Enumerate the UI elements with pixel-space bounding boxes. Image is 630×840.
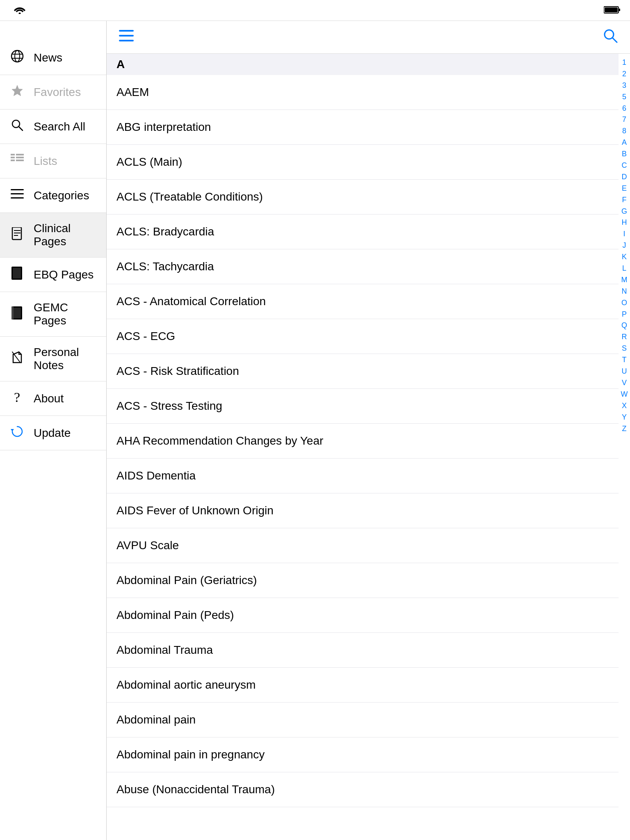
alpha-index-S[interactable]: S [622, 343, 627, 354]
alpha-index-J[interactable]: J [623, 240, 626, 251]
search-icon[interactable] [603, 28, 618, 46]
list-item-text: Abdominal Pain (Peds) [116, 609, 609, 622]
list-item[interactable]: AVPU Scale [107, 528, 619, 563]
alpha-index-R[interactable]: R [622, 331, 627, 343]
alpha-index-3[interactable]: 3 [622, 80, 626, 91]
sidebar-item-gemc-pages[interactable]: GEMC Pages [0, 292, 106, 337]
svg-rect-25 [13, 268, 21, 278]
sidebar-title [0, 21, 106, 41]
sidebar-item-about[interactable]: ?About [0, 381, 106, 416]
alpha-index-Z[interactable]: Z [622, 423, 627, 435]
alpha-index-A[interactable]: A [622, 137, 627, 148]
alpha-index-U[interactable]: U [622, 366, 627, 377]
alpha-index-L[interactable]: L [622, 263, 626, 274]
svg-rect-27 [13, 308, 21, 318]
alpha-index-5[interactable]: 5 [622, 91, 626, 103]
gemc-pages-label: GEMC Pages [34, 301, 96, 327]
alpha-index-E[interactable]: E [622, 183, 627, 194]
list-item[interactable]: Abdominal Pain (Peds) [107, 598, 619, 633]
alpha-index-Q[interactable]: Q [621, 320, 627, 331]
list-item[interactable]: Abuse (Nonaccidental Trauma) [107, 772, 619, 807]
list-item[interactable]: ACS - Anatomical Correlation [107, 284, 619, 319]
alpha-index-P[interactable]: P [622, 309, 627, 320]
alpha-index-Y[interactable]: Y [622, 412, 627, 423]
list-item[interactable]: ACLS: Tachycardia [107, 249, 619, 284]
list-item[interactable]: ACLS: Bradycardia [107, 215, 619, 249]
alpha-index-C[interactable]: C [622, 160, 627, 171]
alpha-index-X[interactable]: X [622, 400, 627, 412]
list-item-text: ACS - ECG [116, 330, 609, 343]
alpha-index-H[interactable]: H [622, 217, 627, 228]
lists-label: Lists [34, 155, 57, 168]
svg-rect-2 [619, 9, 620, 11]
list-wrapper: AAAEMABG interpretationACLS (Main)ACLS (… [107, 54, 630, 840]
svg-text:?: ? [14, 390, 20, 404]
svg-marker-31 [11, 429, 14, 431]
sidebar-item-update[interactable]: Update [0, 416, 106, 450]
alpha-index-K[interactable]: K [622, 251, 627, 263]
list-item[interactable]: AIDS Dementia [107, 459, 619, 493]
alpha-index-7[interactable]: 7 [622, 114, 626, 126]
list-item-text: Abuse (Nonaccidental Trauma) [116, 783, 609, 796]
list-content: AAAEMABG interpretationACLS (Main)ACLS (… [107, 54, 619, 840]
status-right [600, 4, 620, 17]
list-item[interactable]: ACLS (Treatable Conditions) [107, 180, 619, 215]
list-item[interactable]: Abdominal aortic aneurysm [107, 668, 619, 703]
list-item[interactable]: AAEM [107, 75, 619, 110]
list-item[interactable]: AIDS Fever of Unknown Origin [107, 493, 619, 528]
menu-icon[interactable] [119, 30, 134, 45]
sidebar-item-lists[interactable]: Lists [0, 144, 106, 178]
alpha-index-6[interactable]: 6 [622, 103, 626, 114]
list-item[interactable]: ACS - ECG [107, 319, 619, 354]
svg-rect-11 [11, 154, 15, 155]
alpha-index-F[interactable]: F [622, 194, 627, 206]
list-item[interactable]: Abdominal Pain (Geriatrics) [107, 563, 619, 598]
alpha-index-M[interactable]: M [621, 274, 628, 286]
alpha-index-W[interactable]: W [621, 389, 628, 400]
list-item-text: ACLS: Tachycardia [116, 260, 609, 273]
alpha-index-G[interactable]: G [621, 206, 627, 217]
list-item[interactable]: ABG interpretation [107, 110, 619, 145]
list-item[interactable]: Abdominal pain in pregnancy [107, 737, 619, 772]
sidebar-item-ebq-pages[interactable]: EBQ Pages [0, 258, 106, 292]
list-item-text: ACS - Anatomical Correlation [116, 295, 609, 308]
search-all-icon [10, 119, 25, 135]
gemc-pages-icon [10, 306, 25, 322]
list-item[interactable]: ACS - Risk Stratification [107, 354, 619, 389]
search-all-label: Search All [34, 120, 85, 133]
sidebar-item-favorites[interactable]: Favorites [0, 75, 106, 110]
list-item-text: Abdominal Pain (Geriatrics) [116, 574, 609, 587]
svg-rect-19 [11, 197, 24, 199]
sidebar-item-news[interactable]: News [0, 41, 106, 75]
alpha-index-O[interactable]: O [621, 297, 627, 309]
svg-rect-28 [11, 306, 14, 320]
alpha-index-T[interactable]: T [622, 354, 627, 366]
alpha-index-2[interactable]: 2 [622, 68, 626, 80]
alpha-index-I[interactable]: I [623, 228, 625, 240]
list-item[interactable]: ACLS (Main) [107, 145, 619, 180]
favorites-icon [10, 84, 25, 100]
alpha-index-V[interactable]: V [622, 377, 627, 389]
alpha-index-8[interactable]: 8 [622, 126, 626, 137]
sidebar-item-categories[interactable]: Categories [0, 178, 106, 213]
alpha-index-N[interactable]: N [622, 286, 627, 297]
list-item-text: Abdominal pain [116, 713, 609, 726]
personal-notes-icon [10, 351, 25, 367]
list-item[interactable]: AHA Recommendation Changes by Year [107, 424, 619, 459]
list-item[interactable]: ACS - Stress Testing [107, 389, 619, 424]
alpha-index-B[interactable]: B [622, 148, 627, 160]
sidebar-item-clinical-pages[interactable]: Clinical Pages [0, 213, 106, 258]
news-label: News [34, 51, 62, 64]
categories-icon [10, 187, 25, 203]
sidebar-item-search-all[interactable]: Search All [0, 110, 106, 144]
alpha-index-1[interactable]: 1 [622, 57, 626, 68]
alpha-index-D[interactable]: D [622, 171, 627, 183]
list-item[interactable]: Abdominal pain [107, 703, 619, 737]
list-item-text: AIDS Fever of Unknown Origin [116, 504, 609, 517]
list-item-text: ACS - Risk Stratification [116, 365, 609, 378]
svg-rect-17 [11, 189, 24, 190]
list-item[interactable]: Abdominal Trauma [107, 633, 619, 668]
sidebar-item-personal-notes[interactable]: Personal Notes [0, 337, 106, 381]
content-header [107, 21, 630, 54]
svg-rect-15 [16, 157, 24, 158]
